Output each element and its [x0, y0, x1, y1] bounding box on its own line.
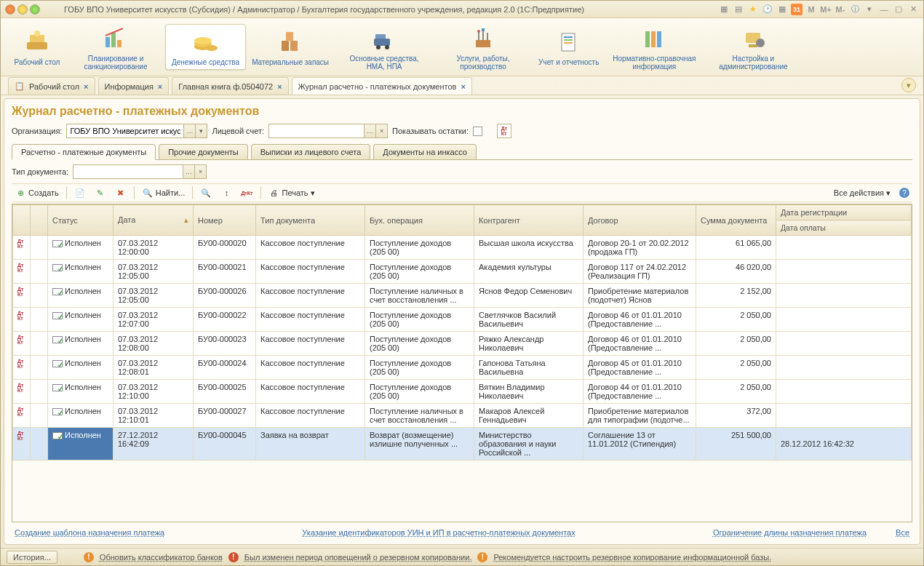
account-input[interactable]	[269, 124, 364, 137]
col-pay[interactable]: Дата оплаты	[776, 220, 912, 236]
edit-button[interactable]: ✎	[92, 186, 109, 200]
delete-button[interactable]: ✖	[112, 186, 130, 200]
ellipsis-icon[interactable]: …	[183, 124, 195, 137]
svg-rect-19	[482, 28, 485, 31]
tab-desktop[interactable]: 📋Рабочий стол×	[8, 77, 95, 95]
table-row[interactable]: ДтКтИсполнен07.03.2012 12:08:00БУ00-0000…	[13, 332, 912, 356]
clear-find-button[interactable]: 🔍	[197, 186, 215, 200]
status-cell: Исполнен	[48, 284, 113, 308]
close-icon[interactable]: ×	[158, 82, 162, 91]
help-button[interactable]: ?	[896, 186, 912, 199]
rows-button[interactable]: ↕	[218, 186, 235, 200]
section-assets[interactable]: Основные средства, НМА, НПА	[335, 21, 434, 73]
section-reference[interactable]: Нормативно-справочная информация	[605, 21, 704, 73]
col-status[interactable]: Статус	[48, 205, 113, 236]
print-button[interactable]: 🖨Печать▾	[266, 186, 318, 200]
org-input[interactable]	[67, 124, 183, 137]
subtab-other[interactable]: Прочие документы	[159, 144, 248, 159]
section-services[interactable]: Услуги, работы, производство	[434, 21, 533, 73]
table-row[interactable]: ДтКтИсполнен07.03.2012 12:05:00БУ00-0000…	[13, 260, 912, 284]
history-button[interactable]: История...	[7, 551, 57, 564]
status-icon	[52, 384, 63, 391]
create-button[interactable]: ⊕Создать	[12, 186, 62, 200]
link-template[interactable]: Создание шаблона назначения платежа	[15, 528, 164, 537]
favorite-icon[interactable]: ★	[747, 4, 759, 15]
dropdown-icon[interactable]: ▾	[864, 4, 875, 15]
table-row[interactable]: ДтКтИсполнен07.03.2012 12:08:01БУ00-0000…	[13, 356, 912, 380]
section-reports[interactable]: Учет и отчетность	[533, 25, 605, 69]
link-all[interactable]: Все	[896, 528, 909, 537]
svg-rect-24	[645, 31, 650, 47]
tab-info[interactable]: Информация×	[98, 77, 170, 95]
col-amount[interactable]: Сумма документа	[696, 205, 776, 236]
subtab-payments[interactable]: Расчетно - платежные документы	[12, 144, 156, 160]
copy-button[interactable]: 📄	[71, 186, 89, 200]
doctype-input[interactable]	[73, 165, 183, 178]
link-limit[interactable]: Ограничение длины назначения платежа	[713, 528, 867, 537]
col-contract[interactable]: Договор	[584, 205, 696, 236]
table-row[interactable]: ДтКтИсполнен07.03.2012 12:07:00БУ00-0000…	[13, 308, 912, 332]
ellipsis-icon[interactable]: …	[183, 165, 194, 178]
status-msg-backup2[interactable]: Рекомендуется настроить резервное копиро…	[493, 553, 771, 562]
toolbar-icon[interactable]: ▤	[733, 4, 744, 15]
document-table[interactable]: Статус Дата ▴ Номер Тип документа Бух. о…	[12, 204, 912, 522]
m-plus-button[interactable]: M+	[820, 4, 832, 15]
close-icon[interactable]: ×	[461, 82, 465, 91]
close-icon[interactable]: ✕	[907, 4, 919, 15]
subtab-statements[interactable]: Выписки из лицевого счета	[251, 144, 371, 159]
col-date[interactable]: Дата ▴	[113, 205, 194, 236]
dropdown-icon[interactable]: ▾	[195, 124, 207, 137]
subtab-inkasso[interactable]: Документы на инкассо	[373, 144, 477, 159]
dtkt-button[interactable]: ДтКт	[497, 124, 511, 138]
tab-journal[interactable]: Журнал расчетно - платежных документов×	[292, 77, 472, 95]
chevron-down-icon[interactable]: ▾	[901, 78, 916, 92]
table-row[interactable]: ДтКтИсполнен07.03.2012 12:10:00БУ00-0000…	[13, 380, 912, 404]
section-admin[interactable]: Настройка и администрирование	[704, 21, 802, 73]
section-planning[interactable]: Планирование и санкционирование	[66, 21, 165, 73]
table-row[interactable]: ДтКтИсполнен07.03.2012 12:05:00БУ00-0000…	[13, 284, 912, 308]
col-doctype[interactable]: Тип документа	[256, 205, 365, 236]
account-combo[interactable]: … ×	[268, 124, 388, 138]
dtkt-cell: ДтКт	[13, 236, 31, 260]
close-icon[interactable]: ×	[84, 82, 88, 91]
window-close-mac[interactable]	[5, 4, 15, 15]
ellipsis-icon[interactable]: …	[364, 124, 375, 137]
status-msg-backup[interactable]: Был изменен период оповещений о резервно…	[244, 553, 472, 562]
window-max-mac[interactable]	[30, 4, 40, 15]
clear-icon[interactable]: ×	[194, 165, 206, 178]
calculator-icon[interactable]: ▦	[776, 4, 788, 15]
window-min-mac[interactable]	[17, 4, 28, 15]
toolbar-icon[interactable]: ▦	[718, 4, 730, 15]
dtkt-action[interactable]: ДтКт	[238, 189, 255, 197]
find-button[interactable]: 🔍Найти...	[139, 186, 188, 200]
history-icon[interactable]: 🕑	[762, 4, 773, 15]
tab-ledger[interactable]: Главная книга ф.0504072×	[172, 77, 288, 95]
status-cell: Исполнен	[48, 356, 113, 380]
section-materials[interactable]: Материальные запасы	[246, 25, 335, 69]
link-uin[interactable]: Указание идентификаторов УИН и ИП в расч…	[302, 528, 575, 537]
org-combo[interactable]: … ▾	[66, 124, 207, 138]
m-button[interactable]: M	[805, 4, 817, 15]
maximize-icon[interactable]: ▢	[893, 4, 904, 15]
balance-checkbox[interactable]	[473, 127, 482, 136]
section-desktop[interactable]: Рабочий стол	[8, 25, 66, 69]
table-row[interactable]: ДтКтИсполнен07.03.2012 12:00:00БУ00-0000…	[13, 236, 912, 260]
col-reg[interactable]: Дата регистрации	[776, 205, 912, 220]
window-titlebar: ГОБУ ВПО Университет искусств (Субсидия)…	[1, 1, 923, 18]
m-minus-button[interactable]: M-	[835, 4, 846, 15]
table-row[interactable]: ДтКтИсполнен07.03.2012 12:10:01БУ00-0000…	[13, 404, 912, 428]
col-operation[interactable]: Бух. операция	[365, 205, 474, 236]
col-number[interactable]: Номер	[194, 205, 256, 236]
help-icon[interactable]: ⓘ	[849, 4, 861, 15]
section-money[interactable]: Денежные средства	[165, 24, 246, 70]
table-row[interactable]: ДтКтИсполнен27.12.2012 16:42:09БУ00-0000…	[13, 428, 912, 461]
status-msg-banks[interactable]: Обновить классификатор банков	[100, 553, 223, 562]
dtkt-cell: ДтКт	[13, 380, 31, 404]
minimize-icon[interactable]: —	[878, 4, 890, 15]
clear-icon[interactable]: ×	[375, 124, 387, 137]
doctype-combo[interactable]: … ×	[73, 164, 207, 179]
close-icon[interactable]: ×	[277, 82, 282, 91]
calendar-icon[interactable]: 31	[791, 4, 802, 15]
all-actions-button[interactable]: Все действия▾	[831, 187, 893, 199]
col-counterparty[interactable]: Контрагент	[474, 205, 584, 236]
